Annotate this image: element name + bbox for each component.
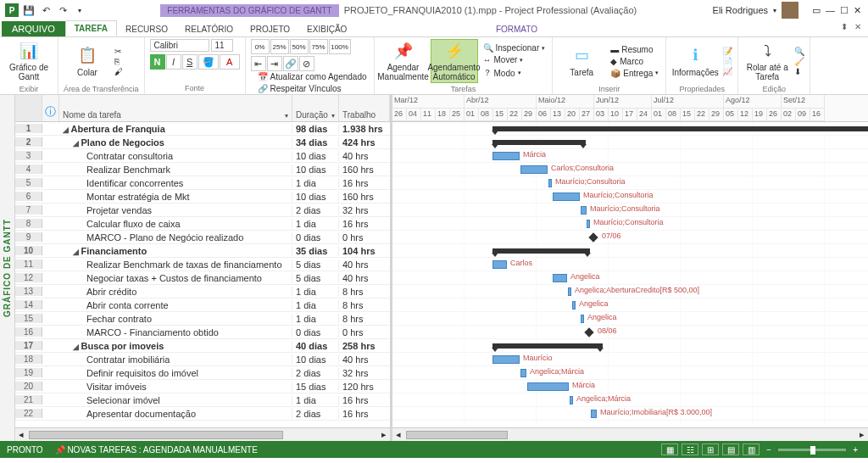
bold-button[interactable]: N: [150, 54, 165, 70]
ribbon-minimize-icon[interactable]: ▭: [812, 5, 821, 16]
inspect-button[interactable]: 🔍Inspecionar▾: [481, 42, 548, 53]
gantt-row[interactable]: Angelica: [392, 298, 868, 312]
tab-exibicao[interactable]: EXIBIÇÃO: [298, 22, 355, 36]
table-row[interactable]: 12Negociar taxas + Custos de financiamen…: [15, 271, 390, 285]
task-bar[interactable]: [581, 206, 587, 215]
gantt-row[interactable]: Márcia: [392, 380, 868, 393]
fill-color-button[interactable]: 🪣: [198, 54, 219, 70]
paste-button[interactable]: 📋 Colar: [64, 39, 111, 83]
task-bar[interactable]: [548, 179, 552, 187]
zoom-out-icon[interactable]: −: [763, 445, 775, 455]
pct-50[interactable]: 50%: [290, 39, 309, 54]
gantt-row[interactable]: Maurício;Imobiliaria[R$ 3.000,00]: [392, 407, 868, 421]
gantt-row[interactable]: Angelica;AberturaCredito[R$ 500,00]: [392, 285, 868, 298]
deliverable-button[interactable]: 📦Entrega▾: [609, 68, 660, 79]
task-bar[interactable]: [492, 260, 507, 269]
pct-25[interactable]: 25%: [270, 39, 289, 54]
move-button[interactable]: ↔Mover▾: [481, 54, 548, 65]
milestone-marker[interactable]: [584, 327, 593, 337]
outdent-button[interactable]: ⇤: [251, 56, 266, 71]
milestone-button[interactable]: ◆Marco: [609, 56, 660, 67]
summary-bar[interactable]: [492, 140, 586, 145]
task-bar[interactable]: [553, 192, 580, 201]
task-bar[interactable]: [568, 287, 571, 296]
summary-bar[interactable]: [492, 248, 590, 254]
gantt-row[interactable]: Carlos: [392, 258, 868, 271]
task-h-scrollbar[interactable]: ◂▸: [15, 427, 390, 441]
table-row[interactable]: 6Montar estratégia de Mkt10 dias160 hrs: [15, 190, 390, 204]
task-bar[interactable]: [572, 301, 576, 310]
cut-icon[interactable]: ✂: [114, 47, 123, 56]
redo-icon[interactable]: ↷: [56, 3, 70, 17]
zoom-slider[interactable]: [778, 449, 846, 451]
view-team-icon[interactable]: ⊞: [702, 443, 719, 455]
notes-icon[interactable]: 📝: [722, 47, 732, 56]
table-row[interactable]: 16MARCO - Financiamento obtido0 dias0 hr…: [15, 326, 390, 339]
table-row[interactable]: 15Fechar contrato1 dia8 hrs: [15, 312, 390, 326]
tab-formato[interactable]: FORMATO: [487, 22, 546, 36]
manual-schedule-button[interactable]: 📌 Agendar Manualmente: [380, 39, 427, 83]
task-bar[interactable]: [587, 220, 590, 228]
gantt-row[interactable]: 08/06: [392, 326, 868, 339]
task-bar[interactable]: [553, 274, 567, 282]
summary-button[interactable]: ▬Resumo: [609, 44, 660, 55]
gantt-row[interactable]: Angelica: [392, 271, 868, 285]
timeline-header[interactable]: Mar/12Abr/12Maio/12Jun/12Jul/12Ago/12Set…: [392, 95, 868, 122]
gantt-row[interactable]: [392, 136, 868, 149]
save-icon[interactable]: 💾: [22, 3, 36, 17]
qat-more-icon[interactable]: ▾: [73, 3, 86, 17]
view-usage-icon[interactable]: ☷: [682, 443, 698, 455]
minimize-icon[interactable]: —: [826, 5, 835, 15]
task-bar[interactable]: [520, 165, 548, 174]
clear-icon[interactable]: 🧹: [794, 57, 804, 66]
font-color-button[interactable]: A: [220, 54, 240, 70]
col-name[interactable]: Nome da tarefa▾: [59, 95, 292, 121]
gantt-row[interactable]: [392, 244, 868, 258]
information-button[interactable]: ℹ Informações: [671, 39, 719, 83]
view-resource-icon[interactable]: ▤: [722, 443, 739, 455]
tab-recurso[interactable]: RECURSO: [117, 22, 176, 36]
timeline-icon[interactable]: 📈: [722, 67, 732, 76]
fill-icon[interactable]: ⬇: [794, 67, 804, 76]
inner-restore-icon[interactable]: ⬍: [841, 22, 848, 31]
gantt-row[interactable]: Maurício;Consultoria: [392, 176, 868, 190]
table-row[interactable]: 20Visitar imóveis15 dias120 hrs: [15, 380, 390, 393]
gantt-chart-button[interactable]: 📊 Gráfico de Gantt: [5, 39, 53, 83]
mode-button[interactable]: ？Modo▾: [481, 66, 548, 80]
underline-button[interactable]: S: [182, 54, 198, 70]
zoom-in-icon[interactable]: +: [849, 445, 861, 455]
summary-bar[interactable]: [492, 343, 603, 349]
pct-0[interactable]: 0%: [251, 39, 270, 54]
inner-close-icon[interactable]: ✕: [854, 22, 861, 31]
gantt-row[interactable]: Carlos;Consultoria: [392, 163, 868, 176]
gantt-row[interactable]: Maurício;Consultoria: [392, 190, 868, 204]
task-bar[interactable]: [527, 382, 569, 391]
user-area[interactable]: Eli Rodrigues ▾: [706, 2, 805, 19]
task-bar[interactable]: [520, 369, 526, 377]
summary-bar[interactable]: [492, 126, 868, 131]
table-row[interactable]: 13Abrir crédito1 dia8 hrs: [15, 285, 390, 298]
font-name-select[interactable]: Calibri: [150, 39, 209, 52]
table-row[interactable]: 17Busca por imoveis40 dias258 hrs: [15, 339, 390, 353]
view-report-icon[interactable]: ▥: [743, 443, 760, 455]
format-painter-icon[interactable]: 🖌: [114, 67, 123, 76]
gantt-h-scrollbar[interactable]: ◂▸: [392, 427, 868, 441]
col-rownum[interactable]: [15, 95, 42, 121]
gantt-row[interactable]: 07/06: [392, 231, 868, 244]
pct-75[interactable]: 75%: [309, 39, 328, 54]
view-gantt-icon[interactable]: ▦: [661, 443, 678, 455]
task-button[interactable]: ▭ Tarefa: [558, 39, 605, 83]
gantt-row[interactable]: [392, 122, 868, 136]
table-row[interactable]: 7Projetar vendas2 dias32 hrs: [15, 204, 390, 217]
task-bar[interactable]: [581, 315, 584, 323]
tab-tarefa[interactable]: TAREFA: [65, 20, 117, 36]
file-tab[interactable]: ARQUIVO: [2, 21, 65, 36]
gantt-row[interactable]: Angelica;Márcia: [392, 393, 868, 407]
italic-button[interactable]: I: [166, 54, 181, 70]
table-row[interactable]: 22Apresentar documentação2 dias16 hrs: [15, 407, 390, 421]
table-row[interactable]: 1Abertura de Franquia98 dias1.938 hrs: [15, 122, 390, 136]
table-row[interactable]: 3Contratar consultoria10 dias40 hrs: [15, 149, 390, 163]
task-bar[interactable]: [492, 152, 520, 160]
table-row[interactable]: 19Definir requisitos do imóvel2 dias32 h…: [15, 366, 390, 380]
table-row[interactable]: 8Calcular fluxo de caixa1 dia16 hrs: [15, 217, 390, 231]
